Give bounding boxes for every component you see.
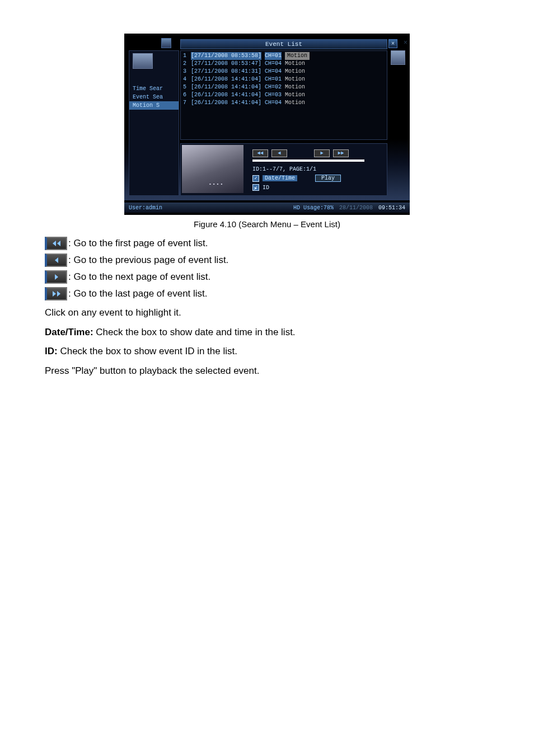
event-list-titlebar: Event List — [180, 39, 387, 49]
event-channel: CH=04 — [265, 68, 282, 76]
event-id: 1 — [183, 52, 188, 60]
desc-prev-page: : Go to the previous page of event list. — [45, 253, 489, 267]
thumbnail-dots: •••• — [209, 181, 224, 186]
event-type: Motion — [285, 60, 305, 68]
event-datetime: [26/11/2008 14:41:04] — [191, 83, 261, 91]
status-hd-usage: HD Usage:78% — [293, 205, 334, 211]
status-time: 09:51:34 — [378, 205, 405, 211]
event-row[interactable]: 3 [27/11/2008 08:41:31] CH=04 Motion — [183, 68, 385, 76]
event-type: Motion — [285, 68, 305, 76]
sidebar-item-time-search[interactable]: Time Sear — [129, 84, 179, 93]
dvr-screenshot: Event List × × Time Sear Event Sea Motio… — [124, 34, 410, 215]
first-page-icon — [45, 237, 67, 250]
event-type: Motion — [285, 83, 305, 91]
event-row[interactable]: 4 [26/11/2008 14:41:04] CH=01 Motion — [183, 76, 385, 83]
event-id: 3 — [183, 68, 188, 76]
para-datetime: Date/Time: Check the box to show date an… — [45, 326, 489, 340]
event-datetime: [27/11/2008 08:41:31] — [191, 68, 261, 76]
event-type: Motion — [285, 76, 305, 83]
event-list-panel: 1 [27/11/2008 08:53:58] CH=01 Motion 2 [… — [180, 50, 387, 140]
event-type: Motion — [285, 99, 305, 107]
event-row[interactable]: 1 [27/11/2008 08:53:58] CH=01 Motion — [183, 52, 385, 60]
figure-caption: Figure 4.10 (Search Menu – Event List) — [45, 219, 489, 229]
sidebar-item-motion-search[interactable]: Motion S — [129, 101, 179, 110]
label-id: ID: — [45, 346, 58, 356]
prev-page-button[interactable]: ◄ — [271, 149, 287, 157]
event-id: 7 — [183, 99, 188, 107]
preview-thumbnail: •••• — [182, 145, 243, 193]
cursor-icon: ➤ — [254, 185, 257, 193]
event-type: Motion — [285, 91, 305, 99]
last-page-icon — [45, 287, 67, 300]
sidebar-top-right-icon[interactable] — [161, 38, 171, 48]
first-page-button[interactable]: ◄◄ — [252, 149, 268, 157]
desc-next-page: : Go to the next page of event list. — [45, 270, 489, 284]
event-row[interactable]: 6 [26/11/2008 14:41:04] CH=03 Motion — [183, 91, 385, 99]
id-label: ID — [263, 185, 269, 191]
event-type: Motion — [285, 52, 310, 60]
event-channel: CH=04 — [265, 60, 282, 68]
event-datetime: [26/11/2008 14:41:04] — [191, 91, 261, 99]
lower-controls: •••• ◄◄ ◄ ► ►► ID:1--7/7, PAGE:1/1 ✓ Dat… — [180, 143, 387, 196]
next-page-icon — [45, 270, 67, 284]
play-button[interactable]: Play — [315, 175, 341, 182]
event-datetime: [27/11/2008 08:53:47] — [191, 60, 261, 68]
mouse-icon[interactable] — [391, 50, 405, 65]
event-datetime: [26/11/2008 14:41:04] — [191, 76, 261, 83]
event-id: 6 — [183, 91, 188, 99]
close-icon[interactable]: × — [388, 39, 397, 48]
event-id: 5 — [183, 83, 188, 91]
multiview-icon[interactable] — [133, 53, 153, 69]
label-datetime: Date/Time: — [45, 327, 93, 337]
desc-last-page: : Go to the last page of event list. — [45, 287, 489, 300]
event-row[interactable]: 7 [26/11/2008 14:41:04] CH=04 Motion — [183, 99, 385, 107]
prev-page-icon — [45, 253, 67, 267]
event-channel: CH=01 — [265, 76, 282, 83]
para-play: Press "Play" button to playback the sele… — [45, 364, 489, 378]
event-id: 2 — [183, 60, 188, 68]
event-datetime: [27/11/2008 08:53:58] — [191, 52, 261, 60]
status-bar: User:admin HD Usage:78% 28/11/2008 09:51… — [124, 203, 410, 213]
datetime-checkbox[interactable]: ✓ — [252, 175, 259, 182]
sidebar: Time Sear Event Sea Motion S — [129, 50, 179, 196]
event-channel: CH=02 — [265, 83, 282, 91]
event-row[interactable]: 2 [27/11/2008 08:53:47] CH=04 Motion — [183, 60, 385, 68]
outer-close-icon: × — [404, 39, 407, 47]
page-slider[interactable] — [252, 159, 364, 162]
next-page-button[interactable]: ► — [314, 149, 330, 157]
event-channel: CH=04 — [265, 99, 282, 107]
datetime-label: Date/Time — [263, 175, 297, 181]
status-user: User:admin — [129, 205, 162, 211]
titlebar-text: Event List — [265, 41, 302, 48]
event-row[interactable]: 5 [26/11/2008 14:41:04] CH=02 Motion — [183, 83, 385, 91]
event-id: 4 — [183, 76, 188, 83]
last-page-button[interactable]: ►► — [333, 149, 349, 157]
para-id: ID: Check the box to show event ID in th… — [45, 345, 489, 359]
desc-first-page: : Go to the first page of event list. — [45, 237, 489, 250]
id-page-label: ID:1--7/7, PAGE:1/1 — [252, 166, 381, 172]
event-channel: CH=03 — [265, 91, 282, 99]
sidebar-item-event-search[interactable]: Event Sea — [129, 93, 179, 101]
status-date: 28/11/2008 — [339, 205, 373, 211]
event-channel: CH=01 — [265, 52, 282, 60]
para-highlight: Click on any event to highlight it. — [45, 306, 489, 320]
event-datetime: [26/11/2008 14:41:04] — [191, 99, 261, 107]
